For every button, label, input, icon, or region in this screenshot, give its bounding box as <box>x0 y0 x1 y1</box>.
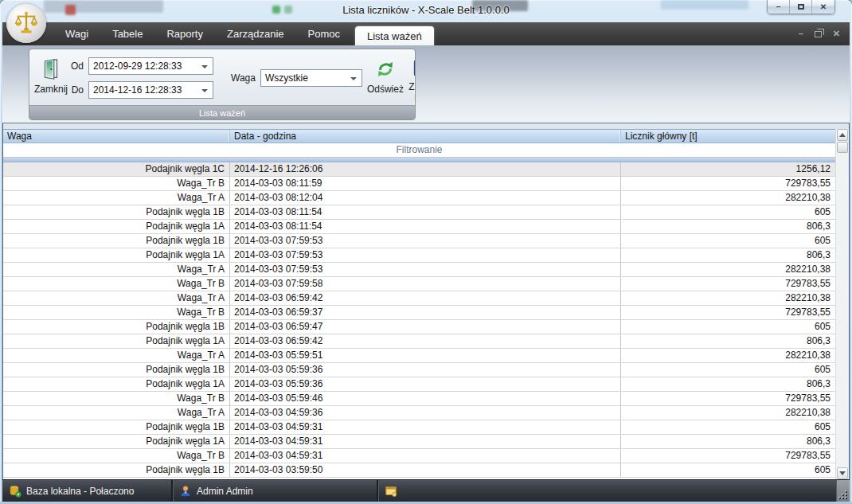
menu-item-raporty[interactable]: Raporty <box>154 22 215 45</box>
table-row[interactable]: Podajnik węgla 1B2014-03-03 03:59:50605 <box>3 463 835 478</box>
table-row[interactable]: Waga_Tr A2014-03-03 05:59:51282210,38 <box>3 349 835 363</box>
balance-scale-icon <box>13 10 40 37</box>
chevron-down-icon <box>201 89 208 92</box>
chevron-down-icon <box>350 77 357 80</box>
waga-label: Waga <box>231 72 256 84</box>
cell-waga: Podajnik węgla 1A <box>3 435 230 448</box>
table-row[interactable]: Podajnik węgla 1B2014-03-03 04:59:31605 <box>3 420 835 435</box>
menu-item-pomoc[interactable]: Pomoc <box>296 22 352 45</box>
table-row[interactable]: Waga_Tr B2014-03-03 07:59:58729783,55 <box>3 277 835 291</box>
waga-combobox[interactable]: Wszystkie <box>260 69 362 87</box>
column-header[interactable]: Data - godzina <box>230 130 621 143</box>
filter-row[interactable]: Filtrowanie <box>3 143 835 158</box>
cell-licznik: 806,3 <box>621 334 835 348</box>
table-body: Podajnik węgla 1C2014-12-16 12:26:061256… <box>3 162 835 478</box>
date-range-block: Od 2012-09-29 12:28:33 Do 2014-12-16 12:… <box>68 53 220 104</box>
cell-licznik: 1256,12 <box>621 162 835 176</box>
table-row[interactable]: Podajnik węgla 1A2014-03-03 07:59:53806,… <box>3 248 835 263</box>
window-title: Lista liczników - X-Scale Belt 1.0.0.0 <box>0 4 852 16</box>
cell-data: 2014-03-03 05:59:36 <box>230 377 621 391</box>
ribbon-group-caption: Lista ważeń <box>29 105 415 120</box>
table-row[interactable]: Podajnik węgla 1B2014-03-03 07:59:53605 <box>3 234 835 248</box>
cell-data: 2014-03-03 08:12:04 <box>230 191 621 205</box>
cell-licznik: 605 <box>621 420 835 434</box>
table-row[interactable]: Podajnik węgla 1A2014-03-03 04:59:31806,… <box>3 435 835 449</box>
cell-waga: Waga_Tr A <box>3 263 230 276</box>
restore-button[interactable] <box>790 0 812 14</box>
menu-item-wagi[interactable]: Wagi <box>53 22 100 45</box>
cell-data: 2014-03-03 04:59:36 <box>230 406 621 420</box>
scrollbar-track[interactable] <box>836 154 849 467</box>
table-row[interactable]: Podajnik węgla 1B2014-03-03 05:59:36605 <box>3 363 835 377</box>
report-status[interactable] <box>378 480 404 502</box>
cell-licznik: 605 <box>621 205 835 219</box>
cell-waga: Podajnik węgla 1B <box>3 234 230 248</box>
cell-licznik: 729783,55 <box>621 449 835 463</box>
cell-data: 2014-03-03 06:59:37 <box>230 306 621 319</box>
cell-data: 2014-03-03 08:11:54 <box>230 220 621 233</box>
table-row[interactable]: Podajnik węgla 1C2014-12-16 12:26:061256… <box>3 162 835 177</box>
resize-grip[interactable] <box>836 480 850 502</box>
cell-licznik: 729783,55 <box>621 177 835 190</box>
minimize-button[interactable]: – <box>768 0 790 14</box>
close-button[interactable]: ✕ <box>812 0 834 14</box>
cell-waga: Waga_Tr B <box>3 306 230 319</box>
mdi-restore-button[interactable] <box>815 31 822 37</box>
table-row[interactable]: Podajnik węgla 1B2014-03-03 08:11:54605 <box>3 205 835 220</box>
table-row[interactable]: Waga_Tr A2014-03-03 06:59:42282210,38 <box>3 291 835 306</box>
cell-licznik: 605 <box>621 320 835 334</box>
tab-lista-wazen[interactable]: Lista ważeń <box>355 26 434 45</box>
table-row[interactable]: Waga_Tr B2014-03-03 08:11:59729783,55 <box>3 177 835 191</box>
zapisz-liste-label: Zapisz listę <box>404 81 416 104</box>
refresh-icon <box>373 57 397 81</box>
table-row[interactable]: Podajnik węgla 1A2014-03-03 05:59:36806,… <box>3 377 835 392</box>
cell-waga: Podajnik węgla 1A <box>3 377 230 391</box>
cell-licznik: 605 <box>621 234 835 248</box>
column-header[interactable]: Licznik główny [t] <box>621 130 835 143</box>
cell-licznik: 605 <box>621 363 835 377</box>
scroll-down-button[interactable] <box>837 467 848 479</box>
od-date-combobox[interactable]: 2012-09-29 12:28:33 <box>88 57 213 75</box>
mdi-minimize-button[interactable]: – <box>799 29 803 38</box>
column-header[interactable]: Waga <box>3 130 230 143</box>
table-row[interactable]: Podajnik węgla 1B2014-03-03 06:59:47605 <box>3 320 835 334</box>
app-logo[interactable] <box>6 3 46 43</box>
cell-data: 2014-03-03 04:59:31 <box>230 420 621 434</box>
restore-icon <box>798 4 804 10</box>
odswiez-button[interactable]: Odśwież <box>367 53 404 104</box>
table-row[interactable]: Waga_Tr B2014-03-03 06:59:37729783,55 <box>3 306 835 320</box>
cell-licznik: 806,3 <box>621 435 835 448</box>
do-date-combobox[interactable]: 2014-12-16 12:28:33 <box>88 81 213 99</box>
cell-licznik: 282210,38 <box>621 406 835 420</box>
zamknij-button[interactable]: Zamknij <box>34 53 68 104</box>
database-icon <box>9 485 21 498</box>
status-bar: Baza lokalna - Połaczono Admin Admin <box>2 479 850 502</box>
vertical-scrollbar[interactable] <box>835 129 849 479</box>
cell-waga: Podajnik węgla 1B <box>3 205 230 219</box>
mdi-close-button[interactable]: ✕ <box>833 29 840 38</box>
cell-waga: Podajnik węgla 1A <box>3 334 230 348</box>
table-row[interactable]: Podajnik węgla 1A2014-03-03 08:11:54806,… <box>3 220 835 234</box>
scrollbar-thumb[interactable] <box>837 142 848 153</box>
cell-data: 2014-03-03 07:59:53 <box>230 234 621 248</box>
cell-data: 2014-03-03 03:59:50 <box>230 463 621 477</box>
cell-data: 2014-03-03 07:59:53 <box>230 248 621 262</box>
mdi-window-controls: – ✕ <box>799 22 840 45</box>
cell-waga: Waga_Tr A <box>3 349 230 362</box>
cell-waga: Waga_Tr A <box>3 191 230 205</box>
table-row[interactable]: Waga_Tr B2014-03-03 05:59:46729783,55 <box>3 392 835 406</box>
cell-waga: Waga_Tr B <box>3 177 230 190</box>
cell-licznik: 282210,38 <box>621 291 835 305</box>
table-row[interactable]: Waga_Tr A2014-03-03 08:12:04282210,38 <box>3 191 835 205</box>
table-row[interactable]: Waga_Tr A2014-03-03 04:59:36282210,38 <box>3 406 835 420</box>
zapisz-liste-button[interactable]: Zapisz listę <box>404 53 416 104</box>
table-row[interactable]: Podajnik węgla 1A2014-03-03 06:59:42806,… <box>3 334 835 349</box>
menu-item-zarządzanie[interactable]: Zarządzanie <box>215 22 296 45</box>
title-bar[interactable]: Lista liczników - X-Scale Belt 1.0.0.0 –… <box>0 0 852 22</box>
table-row[interactable]: Waga_Tr B2014-03-03 04:59:31729783,55 <box>3 449 835 463</box>
cell-data: 2014-03-03 08:11:59 <box>230 177 621 190</box>
scroll-up-button[interactable] <box>837 129 848 141</box>
menu-item-tabele[interactable]: Tabele <box>100 22 154 45</box>
table-row[interactable]: Waga_Tr A2014-03-03 07:59:53282210,38 <box>3 263 835 277</box>
do-label: Do <box>68 84 84 96</box>
